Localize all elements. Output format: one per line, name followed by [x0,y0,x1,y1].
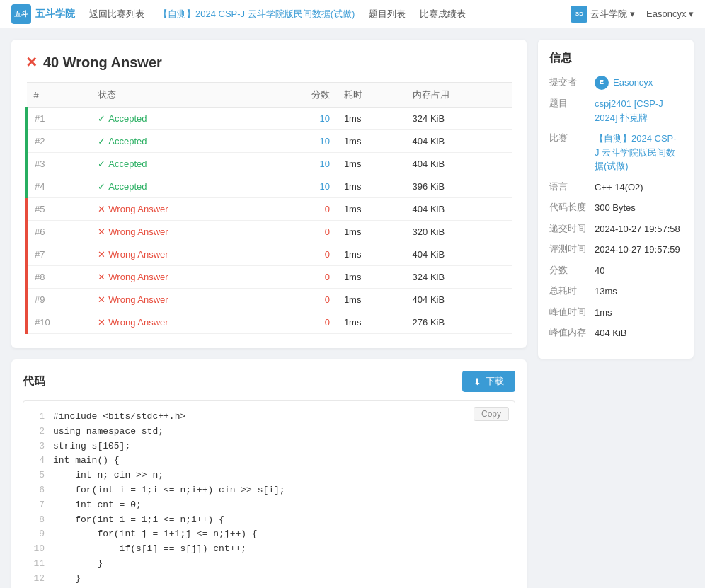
status-wrong: ✕ Wrong Answer [98,294,261,305]
row-score: 10 [268,130,337,153]
result-title: ✕ 40 Wrong Answer [25,54,512,71]
status-accepted: ✓ Accepted [98,181,261,192]
line-num: 5 [32,468,45,483]
result-card: ✕ 40 Wrong Answer # 状态 分数 耗时 内存占用 #1✓ Ac… [11,40,527,348]
contest-label: 比赛 [549,132,589,173]
submit-time-label: 递交时间 [549,222,589,236]
row-memory: 324 KiB [406,266,512,289]
download-button[interactable]: ⬇ 下载 [462,371,515,392]
info-peak-memory: 峰值内存 404 KiB [549,326,682,340]
row-num: #1 [27,108,91,130]
left-panel: ✕ 40 Wrong Answer # 状态 分数 耗时 内存占用 #1✓ Ac… [11,40,527,588]
nav-scoreboard[interactable]: 比赛成绩表 [420,8,466,21]
row-memory: 404 KiB [406,289,512,311]
check-icon: ✓ [98,113,105,124]
nav-back[interactable]: 返回比赛列表 [89,8,144,21]
header-right: SD 云斗学院 ▾ Easoncyx ▾ [571,6,694,23]
problem-link[interactable]: cspj2401 [CSP-J 2024] 扑克牌 [595,97,680,125]
info-contest: 比赛 【自测】2024 CSP-J 云斗学院版民间数据(试做) [549,132,682,173]
table-row: #7✕ Wrong Answer01ms404 KiB [27,243,513,266]
status-wrong: ✕ Wrong Answer [98,249,261,260]
x-mark-icon: ✕ [98,294,105,305]
info-problem: 题目 cspj2401 [CSP-J 2024] 扑克牌 [549,97,682,125]
x-mark-icon: ✕ [98,272,105,282]
row-score: 0 [268,221,337,243]
submitter-label: 提交者 [549,76,589,90]
line-num: 7 [32,498,45,513]
nav-problems[interactable]: 题目列表 [369,8,406,21]
code-card: 代码 ⬇ 下载 Copy 123456789101112131415 #incl… [11,359,527,588]
line-num: 6 [32,483,45,498]
user-menu[interactable]: Easoncyx ▾ [646,8,694,19]
row-memory: 404 KiB [406,153,512,175]
x-mark-icon: ✕ [98,249,105,260]
row-memory: 320 KiB [406,221,512,243]
row-time: 1ms [337,243,406,266]
nav-contest[interactable]: 【自测】2024 CSP-J 云斗学院版民间数据(试做) [159,8,355,21]
line-num: 9 [32,527,45,542]
language-label: 语言 [549,180,589,195]
code-content: #include <bits/stdc++.h> using namespace… [53,410,506,588]
submitter-link[interactable]: Easoncyx [613,76,653,90]
row-memory: 396 KiB [406,175,512,198]
row-time: 1ms [337,198,406,221]
judge-time-label: 评测时间 [549,243,589,257]
code-header: 代码 ⬇ 下载 [23,371,515,392]
cloud-academy-menu[interactable]: SD 云斗学院 ▾ [571,6,635,23]
row-num: #10 [27,311,91,334]
row-score: 10 [268,153,337,175]
status-accepted: ✓ Accepted [98,136,261,146]
row-time: 1ms [337,311,406,334]
row-time: 1ms [337,175,406,198]
info-judge-time: 评测时间 2024-10-27 19:57:59 [549,243,682,257]
line-num: 4 [32,454,45,468]
logo-icon: 五斗 [11,4,31,24]
code-lines: 123456789101112131415 #include <bits/std… [32,410,506,588]
contest-link[interactable]: 【自测】2024 CSP-J 云斗学院版民间数据(试做) [595,132,680,173]
col-time: 耗时 [337,83,406,108]
avatar: E [595,76,609,90]
row-num: #4 [27,175,91,198]
check-icon: ✓ [98,136,105,146]
wrong-icon: ✕ [25,54,38,71]
logo-text: 五斗学院 [35,8,75,21]
copy-button[interactable]: Copy [474,407,509,421]
row-score: 10 [268,108,337,130]
line-num: 10 [32,542,45,557]
table-row: #1✓ Accepted101ms324 KiB [27,108,513,130]
row-num: #5 [27,198,91,221]
row-time: 1ms [337,108,406,130]
row-num: #2 [27,130,91,153]
row-status: ✓ Accepted [91,130,268,153]
code-title: 代码 [23,374,45,389]
logo[interactable]: 五斗 五斗学院 [11,4,75,24]
status-wrong: ✕ Wrong Answer [98,317,261,328]
header-nav: 返回比赛列表 【自测】2024 CSP-J 云斗学院版民间数据(试做) 题目列表… [89,8,556,21]
line-num: 3 [32,439,45,454]
info-code-length: 代码长度 300 Bytes [549,201,682,215]
x-mark-icon: ✕ [98,204,105,214]
col-num: # [27,83,91,108]
table-row: #10✕ Wrong Answer01ms276 KiB [27,311,513,334]
row-num: #6 [27,221,91,243]
info-title: 信息 [549,51,682,66]
table-row: #3✓ Accepted101ms404 KiB [27,153,513,175]
col-status: 状态 [91,83,268,108]
table-row: #5✕ Wrong Answer01ms404 KiB [27,198,513,221]
row-status: ✕ Wrong Answer [91,311,268,334]
status-wrong: ✕ Wrong Answer [98,272,261,282]
row-status: ✕ Wrong Answer [91,221,268,243]
row-status: ✕ Wrong Answer [91,243,268,266]
info-language: 语言 C++ 14(O2) [549,180,682,195]
language-value: C++ 14(O2) [595,180,643,195]
info-panel: 信息 提交者 E Easoncyx 题目 cspj2401 [CSP-J 202… [538,40,694,359]
status-accepted: ✓ Accepted [98,158,261,169]
table-row: #2✓ Accepted101ms404 KiB [27,130,513,153]
row-score: 0 [268,198,337,221]
row-memory: 276 KiB [406,311,512,334]
total-time-value: 13ms [595,284,617,299]
submit-time-value: 2024-10-27 19:57:58 [595,222,680,236]
info-submitter: 提交者 E Easoncyx [549,76,682,90]
row-num: #9 [27,289,91,311]
line-num: 2 [32,425,45,439]
